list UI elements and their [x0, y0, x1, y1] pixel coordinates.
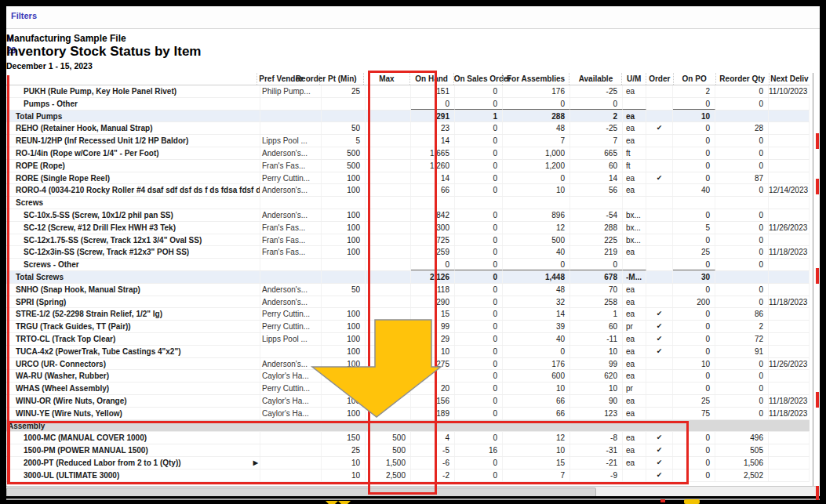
cell-onpo: 30 [673, 271, 715, 283]
cell-onpo: 0 [673, 234, 715, 246]
cell-order [646, 209, 673, 221]
cell-rqty: 0 [715, 222, 769, 234]
col-header-reorder: Reorder Pt (Min) [319, 73, 363, 85]
cell-next [769, 432, 810, 444]
cell-item: WINU-YE (Wire Nuts, Yellow) [6, 408, 260, 419]
date-range: December 1 - 15, 2023 [6, 61, 812, 71]
cell-forassem: 10 [503, 383, 570, 394]
right-red-annotation-fragment [816, 268, 819, 284]
cell-avail: 665 [570, 147, 623, 159]
cell-rqty: 0 [715, 85, 769, 97]
cell-rqty: 87 [715, 172, 769, 184]
cell-next: 11/26/2023 [769, 358, 810, 370]
cell-forassem: 0 [503, 346, 570, 357]
page-title: Inventory Stock Status by Item [6, 44, 812, 60]
cell-avail: -54 [570, 209, 623, 221]
item-label: REHO (Retainer Hook, Manual Strap) [16, 124, 152, 132]
cell-avail: -25 [570, 122, 623, 134]
cell-onpo [673, 197, 715, 208]
cell-reorder: 100 [322, 234, 366, 246]
clipped-yellow-fragment [684, 499, 700, 504]
clipped-red-fragment [660, 499, 665, 502]
cell-next [769, 147, 810, 159]
cell-rqty: 496 [715, 432, 769, 444]
clipped-arrow-fragment-icon [326, 496, 351, 504]
cell-um: ea [623, 408, 646, 419]
cell-um: ea [623, 284, 646, 296]
cell-item: SNHO (Snap Hook, Manual Strap) [6, 284, 260, 296]
cell-rqty: 0 [715, 160, 769, 172]
cell-forassem: 39 [503, 321, 570, 332]
cell-avail: 219 [570, 246, 623, 258]
cell-next [769, 259, 810, 270]
cell-item: PUKH (Rule Pump, Key Hole Panel Rivet) [6, 85, 260, 97]
cell-forassem: 1,000 [503, 147, 570, 159]
cell-rqty: 0 [715, 259, 769, 270]
cell-onsales: 0 [455, 234, 503, 246]
cell-avail: 70 [570, 284, 623, 296]
col-header-onsales: On Sales Order [453, 73, 502, 85]
cell-um: ea [623, 111, 646, 122]
cell-avail: -25 [570, 85, 623, 97]
cell-um [623, 259, 646, 270]
scrollbar-thumb[interactable] [6, 488, 596, 496]
cell-forassem: 0 [503, 259, 570, 270]
cell-onsales: 0 [455, 408, 503, 419]
cell-reorder: 500 [322, 160, 366, 172]
cell-rqty [715, 271, 769, 283]
cell-onsales: 0 [455, 222, 503, 234]
item-label: ROPE (Rope) [16, 161, 65, 170]
cell-um: ea [623, 308, 646, 320]
cell-item: Screws [6, 197, 260, 208]
cell-rqty: 1,506 [715, 457, 769, 469]
company-title: Manufacturing Sample File [6, 33, 812, 44]
cell-rqty: 0 [715, 358, 769, 370]
cell-order [646, 370, 673, 382]
cell-order [646, 135, 673, 147]
cell-onsales: 0 [455, 122, 503, 134]
cell-onsales: 0 [455, 358, 503, 370]
cell-um [623, 98, 646, 110]
cell-vendor: Anderson's... [260, 209, 322, 221]
cell-order: ✔ [646, 321, 673, 332]
item-label: Screws [16, 198, 43, 207]
cell-avail: 14 [570, 172, 623, 184]
cell-vendor: Anderson's... [260, 147, 322, 159]
item-label: STRE-1/2 (52-2298 Strain Relief, 1/2" lg… [16, 310, 162, 318]
cell-forassem: 600 [503, 370, 570, 382]
cell-rqty: 2,502 [715, 470, 769, 481]
cell-onpo: 10 [673, 358, 715, 370]
cell-avail: 225 [570, 234, 623, 246]
cell-um: ea [623, 122, 646, 134]
cell-forassem: 7 [503, 135, 570, 147]
cell-order [646, 98, 673, 110]
item-label: TRGU (Track Guides, TT (Pair)) [16, 322, 131, 331]
item-label: WINU-OR (Wire Nuts, Orange) [16, 397, 127, 405]
cell-rqty: 86 [715, 308, 769, 320]
cell-item: REUN-1/2HP (Inf Recessed Unit 1/2 HP Bal… [6, 135, 260, 147]
cell-next [769, 111, 810, 122]
cell-item: RORO-4 (0034-210 Rocky Roller #4 dsaf sd… [6, 184, 260, 196]
item-label: Total Pumps [16, 112, 62, 121]
item-label: Total Screws [16, 273, 64, 281]
cell-onpo: 0 [673, 135, 715, 147]
cell-order [646, 234, 673, 246]
cell-onsales: 0 [455, 184, 503, 196]
cell-onsales: 0 [455, 308, 503, 320]
cell-onpo: 0 [673, 259, 715, 270]
cell-rqty: 0 [715, 184, 769, 196]
cell-forassem: 176 [503, 358, 570, 370]
cell-avail: 7 [570, 135, 623, 147]
cell-rqty: 0 [715, 383, 769, 394]
cell-order [646, 197, 673, 208]
cell-next [769, 234, 810, 246]
cell-avail: 2 [570, 111, 623, 122]
cell-rqty: 505 [715, 444, 769, 456]
cell-onpo: 0 [673, 172, 715, 184]
col-header-avail: Available [569, 73, 621, 85]
cell-vendor [260, 111, 322, 122]
cell-item: RORE (Single Rope Reel) [6, 172, 260, 184]
item-label: PUKH (Rule Pump, Key Hole Panel Rivet) [24, 87, 176, 96]
filters-label[interactable]: Filters [11, 11, 37, 20]
cell-next [769, 197, 810, 208]
